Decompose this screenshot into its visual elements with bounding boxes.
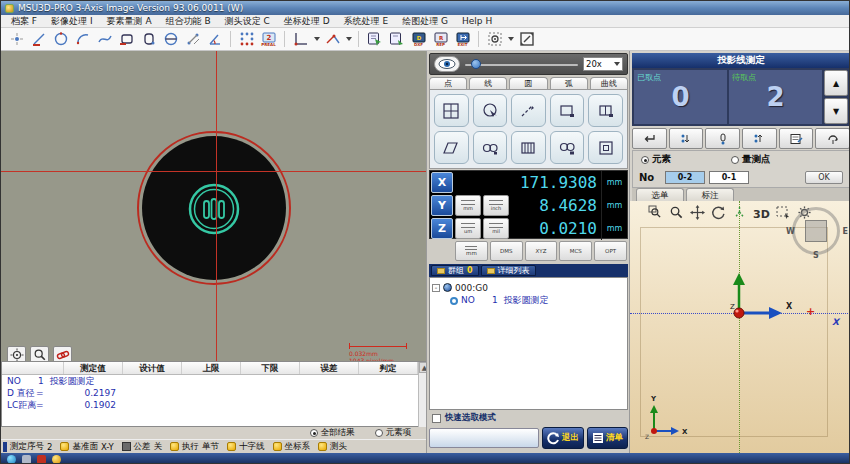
spinner-down-button[interactable]: ▼: [824, 98, 848, 124]
center-box-tool-button[interactable]: [588, 131, 623, 164]
export-run-icon[interactable]: [365, 30, 384, 49]
status-tolerance[interactable]: 公差 关: [122, 441, 163, 453]
mode-opt-button[interactable]: OPT: [594, 241, 627, 261]
status-execute[interactable]: 执行 单节: [170, 441, 219, 453]
zoom-window-icon[interactable]: [648, 205, 663, 224]
repeat-button[interactable]: [815, 128, 850, 149]
tab-circle[interactable]: 圆: [509, 77, 547, 89]
taskbar-app-icon[interactable]: [37, 455, 46, 464]
tab-annotate[interactable]: 标注: [686, 188, 734, 201]
window-tool-button[interactable]: [434, 94, 469, 127]
double-circle-tool-button[interactable]: [473, 131, 508, 164]
edge-trace-tool-button[interactable]: [511, 94, 546, 127]
table-row[interactable]: LC距离 = 0.1902: [2, 399, 430, 411]
list-button[interactable]: 清单: [587, 427, 628, 449]
tab-arc[interactable]: 弧: [550, 77, 588, 89]
y-axis-button[interactable]: Y: [431, 195, 453, 216]
z-axis-button[interactable]: Z: [431, 218, 453, 239]
export-rep-icon[interactable]: R REP: [431, 30, 450, 49]
autofocus-dropdown-caret[interactable]: [508, 37, 514, 41]
quick-select-checkbox[interactable]: [432, 414, 441, 423]
status-datum-plane[interactable]: 基准面 X-Y: [60, 441, 113, 453]
zoom-icon[interactable]: [669, 205, 684, 224]
3d-mode-button[interactable]: 3D: [753, 208, 770, 221]
radio-element[interactable]: 元素: [641, 153, 671, 166]
enter-button[interactable]: [632, 128, 667, 149]
add-point-button[interactable]: [669, 128, 704, 149]
table-row[interactable]: D 直径 = 0.2197: [2, 387, 430, 399]
link-button[interactable]: [53, 346, 72, 361]
circle-tool-icon[interactable]: [51, 30, 70, 49]
orientation-compass[interactable]: W E S: [788, 207, 844, 259]
camera-view[interactable]: 0.032mm 1043 pixel/mm: [1, 51, 426, 361]
radio-element-item[interactable]: 元素项: [375, 427, 412, 439]
autofocus-icon[interactable]: [485, 30, 504, 49]
taskbar-app-icon[interactable]: [7, 455, 16, 464]
parallelogram-tool-button[interactable]: [434, 131, 469, 164]
angle-tool-icon[interactable]: [205, 30, 224, 49]
preal-icon[interactable]: 2 PREAL: [259, 30, 278, 49]
remove-point-button[interactable]: [742, 128, 777, 149]
range-0-2-button[interactable]: 0-2: [665, 171, 705, 184]
diameter-tool-icon[interactable]: [161, 30, 180, 49]
table-row[interactable]: NO 1 投影圆测定: [2, 375, 430, 387]
compass-south-label[interactable]: S: [813, 251, 819, 260]
taskbar-app-icon[interactable]: [52, 455, 61, 464]
tree-root-row[interactable]: - 000:G0: [432, 281, 625, 294]
eye-icon[interactable]: [434, 56, 460, 72]
point-tool-icon[interactable]: [7, 30, 26, 49]
menu-combine[interactable]: 组合功能 B: [166, 15, 211, 28]
fullscreen-icon[interactable]: [517, 30, 536, 49]
ok-button[interactable]: OK: [805, 171, 843, 184]
tab-detail-list[interactable]: 详细列表: [481, 265, 536, 276]
tab-group[interactable]: 群组 0: [431, 265, 479, 276]
construct-tool-icon[interactable]: [323, 30, 342, 49]
pin-point-button[interactable]: [705, 128, 740, 149]
rotate-icon[interactable]: [711, 205, 726, 224]
status-coordinate-system[interactable]: 坐标系: [273, 441, 311, 453]
menu-drawing[interactable]: 绘图处理 G: [402, 15, 448, 28]
status-probe[interactable]: 测头: [318, 441, 347, 453]
autofocus-target-button[interactable]: [7, 346, 26, 361]
curve-tool-icon[interactable]: [95, 30, 114, 49]
pan-icon[interactable]: [690, 205, 705, 224]
slider-knob[interactable]: [471, 59, 481, 69]
arc-tool-icon[interactable]: [73, 30, 92, 49]
menu-help[interactable]: Help H: [462, 16, 492, 26]
tree-item-row[interactable]: NO 1 投影圆测定: [432, 294, 625, 307]
axis-view-icon[interactable]: [732, 205, 747, 224]
mode-mcs-button[interactable]: MCS: [559, 241, 592, 261]
compass-west-label[interactable]: W: [786, 227, 795, 236]
menu-coordinate[interactable]: 坐标处理 D: [284, 15, 330, 28]
double-circle2-tool-button[interactable]: [550, 131, 585, 164]
unit-mm-button[interactable]: mm: [455, 195, 481, 216]
expander-icon[interactable]: -: [432, 284, 440, 292]
unit-inch-button[interactable]: inch: [483, 195, 509, 216]
exit-icon[interactable]: EXIT: [453, 30, 472, 49]
menu-image-processing[interactable]: 影像处理 I: [51, 15, 93, 28]
taskbar-app-icon[interactable]: [22, 455, 31, 464]
compass-east-label[interactable]: E: [843, 227, 848, 236]
menu-file[interactable]: 档案 F: [11, 15, 37, 28]
compass-cube[interactable]: [805, 220, 827, 242]
mode-mm-button[interactable]: mm: [455, 241, 488, 261]
zoom-select[interactable]: 20x: [583, 57, 623, 71]
grid-box-tool-button[interactable]: [511, 131, 546, 164]
tab-curve[interactable]: 曲线: [590, 77, 628, 89]
distance-tool-icon[interactable]: [183, 30, 202, 49]
slot-tool-icon[interactable]: [117, 30, 136, 49]
radio-measure-point[interactable]: 量测点: [731, 153, 771, 166]
line-tool-icon[interactable]: [29, 30, 48, 49]
unit-mil-button[interactable]: mil: [483, 218, 509, 239]
cylinder-tool-icon[interactable]: [139, 30, 158, 49]
menu-feature-measure[interactable]: 要素量测 A: [107, 15, 152, 28]
x-axis-button[interactable]: X: [431, 172, 453, 193]
grid-points-icon[interactable]: [237, 30, 256, 49]
circle-pick-tool-button[interactable]: [473, 94, 508, 127]
graphics-viewport[interactable]: X + 3D W E S: [630, 201, 850, 453]
construct-dropdown-caret[interactable]: [346, 37, 352, 41]
export-dxf-icon[interactable]: D DXF: [409, 30, 428, 49]
unit-um-button[interactable]: um: [455, 218, 481, 239]
edit-list-button[interactable]: [779, 128, 814, 149]
radio-all-results[interactable]: 全部结果: [310, 427, 355, 439]
